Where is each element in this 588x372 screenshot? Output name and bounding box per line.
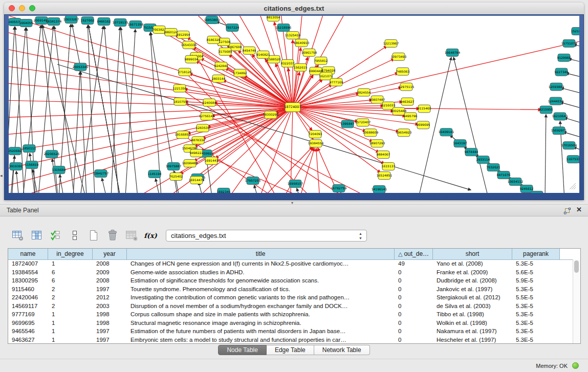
graph-node[interactable]: 1810755 <box>173 98 187 105</box>
graph-edge[interactable] <box>30 153 35 193</box>
graph-node[interactable]: 12975115 <box>399 83 415 91</box>
graph-node[interactable]: 10653267 <box>63 16 79 23</box>
tab-network-table[interactable]: Network Table <box>314 345 370 355</box>
graph-node[interactable]: 10973493 <box>391 53 407 60</box>
graph-node[interactable]: 16543336 <box>181 41 197 49</box>
graph-node[interactable]: 20206526 <box>44 150 60 158</box>
graph-node[interactable]: 19384554 <box>308 140 324 147</box>
graph-node[interactable]: 16671358 <box>128 20 144 28</box>
graph-node[interactable]: 16782759 <box>331 185 347 192</box>
graph-edge[interactable] <box>72 24 80 67</box>
graph-node[interactable]: 9463627 <box>401 98 415 105</box>
panel-collapse-arrow-icon[interactable]: ◂ <box>0 173 3 178</box>
column-header-name[interactable]: name <box>8 249 48 259</box>
graph-node[interactable]: 1640825 <box>530 191 544 193</box>
graph-node[interactable]: 8860124 <box>164 28 178 36</box>
column-header-year[interactable]: year <box>93 249 127 259</box>
graph-edge[interactable] <box>33 169 38 193</box>
graph-node[interactable]: 2803144 <box>212 75 226 82</box>
graph-edge[interactable] <box>9 48 293 107</box>
graph-node[interactable]: 15720407 <box>355 119 371 126</box>
graph-edge[interactable] <box>102 178 107 193</box>
graph-node[interactable]: 18907293 <box>369 140 385 147</box>
graph-edge[interactable] <box>150 32 161 193</box>
graph-node[interactable]: 15218596 <box>276 24 292 31</box>
resize-grip-icon[interactable] <box>570 183 576 189</box>
graph-node[interactable]: 9242844 <box>214 62 228 70</box>
graph-node[interactable]: 2718126 <box>178 68 192 76</box>
column-header-in_degree[interactable]: in_degree <box>48 249 93 259</box>
graph-node[interactable]: 10719135 <box>113 18 128 26</box>
graph-node[interactable]: 1850111 <box>23 145 36 152</box>
graph-edge[interactable] <box>564 118 579 129</box>
graph-node[interactable]: 12093887 <box>549 83 564 91</box>
delete-column-trash-icon[interactable] <box>106 229 119 242</box>
graph-node[interactable]: 8813054 <box>267 16 280 21</box>
graph-node[interactable]: 10654112 <box>508 178 524 186</box>
graph-node[interactable]: 16853809 <box>204 16 220 24</box>
graph-edge[interactable] <box>560 102 579 114</box>
graph-edge[interactable] <box>16 171 19 193</box>
graph-node[interactable]: 16099489 <box>182 160 198 167</box>
table-row[interactable]: 977716911998Corpus callosum shape and si… <box>8 310 573 319</box>
graph-node[interactable]: 12213967 <box>383 39 399 47</box>
graph-node[interactable]: 2240684 <box>203 99 216 106</box>
create-column-icon[interactable] <box>87 229 100 242</box>
column-header-out_de[interactable]: △out_de… <box>395 249 433 259</box>
graph-node[interactable]: 7955812 <box>314 57 328 64</box>
graph-node[interactable]: 1562615 <box>294 63 308 71</box>
graph-edge[interactable] <box>293 107 366 131</box>
table-settings-icon[interactable] <box>11 229 25 242</box>
graph-node[interactable]: 1395847 <box>341 120 355 128</box>
graph-edge[interactable] <box>9 107 293 170</box>
graph-node[interactable]: 1615137 <box>382 163 396 170</box>
graph-node[interactable]: 16961758 <box>301 49 317 56</box>
graph-edge[interactable] <box>341 192 344 193</box>
function-builder-icon[interactable]: f(x) <box>144 229 157 242</box>
table-selector-dropdown[interactable]: citations_edges.txt ▲▼ <box>166 230 367 242</box>
vertical-scrollbar[interactable] <box>573 259 580 343</box>
graph-node[interactable]: 3175685 <box>219 48 232 55</box>
graph-node[interactable]: 9899034 <box>185 55 199 63</box>
graph-node[interactable]: 1167533 <box>567 156 579 163</box>
column-header-short[interactable]: short <box>433 249 512 259</box>
graph-node[interactable]: 9146821 <box>256 51 270 58</box>
graph-node[interactable]: 1145194 <box>148 170 162 178</box>
graph-node[interactable]: 1643197 <box>453 140 467 147</box>
graph-node[interactable]: 9129966 <box>557 54 571 61</box>
table-row[interactable]: 969969511998Structural magnetic resonanc… <box>8 319 573 327</box>
graph-node[interactable]: 1521867 <box>571 27 579 35</box>
graph-edge[interactable] <box>316 148 321 193</box>
graph-node[interactable]: 16914479 <box>189 177 205 184</box>
graph-edge[interactable] <box>12 156 14 193</box>
row-height-icon[interactable] <box>68 229 81 242</box>
graph-node[interactable]: 18381374 <box>46 17 62 25</box>
graph-node[interactable]: 13942757 <box>93 170 109 178</box>
graph-node[interactable]: 9777169 <box>330 78 343 86</box>
graph-edge[interactable] <box>293 37 579 107</box>
graph-edge[interactable] <box>453 57 489 193</box>
graph-node[interactable]: 10688609 <box>363 129 379 137</box>
graph-edge[interactable] <box>38 26 53 193</box>
graph-node[interactable]: 9498222 <box>190 149 204 157</box>
graph-node[interactable]: 8471676 <box>497 171 511 179</box>
graph-edge[interactable] <box>73 72 80 193</box>
graph-node[interactable]: 9227349 <box>555 68 569 76</box>
graph-node[interactable]: 6466162 <box>97 17 111 25</box>
graph-edge[interactable] <box>215 107 293 158</box>
graph-node[interactable]: 30975887 <box>166 163 182 170</box>
graph-node[interactable]: 9495796 <box>404 113 418 120</box>
tab-node-table[interactable]: Node Table <box>218 345 267 355</box>
graph-node[interactable]: 7557224 <box>226 24 239 31</box>
close-panel-icon[interactable]: ✕ <box>576 206 582 213</box>
graph-node[interactable]: 18300295 <box>263 111 279 119</box>
graph-node[interactable]: 14196141 <box>372 186 387 193</box>
graph-node[interactable]: 12756141 <box>199 113 215 120</box>
graph-node[interactable]: 7204093 <box>309 130 322 138</box>
graph-node[interactable]: 3919391 <box>9 163 23 170</box>
graph-node[interactable]: 19166857 <box>175 131 191 139</box>
graph-edge[interactable] <box>104 26 119 193</box>
graph-node[interactable]: 8878334 <box>191 137 205 144</box>
graph-node[interactable]: 15751074 <box>561 39 577 47</box>
graph-node[interactable]: 16409141 <box>439 128 454 136</box>
